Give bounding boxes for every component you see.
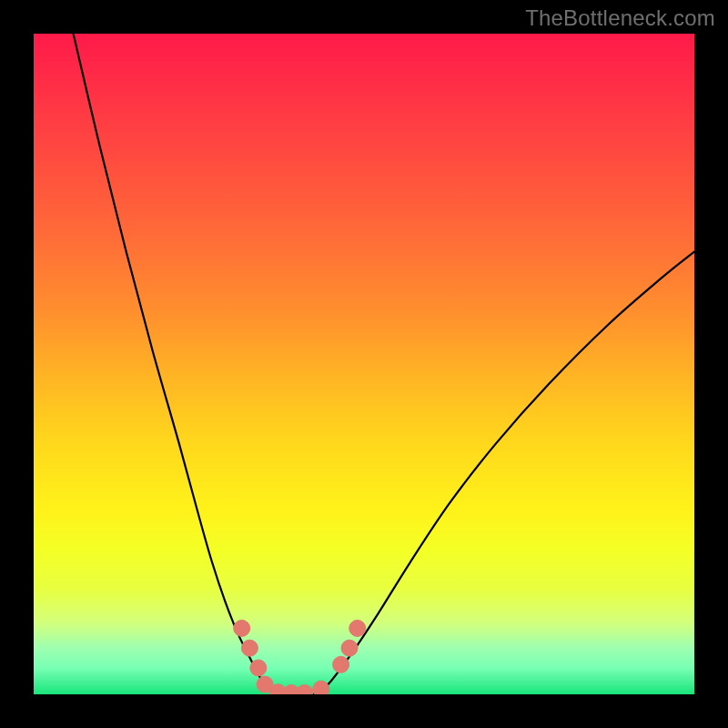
left-curve xyxy=(74,34,278,694)
plot-area xyxy=(34,34,694,694)
marker-group xyxy=(234,620,366,694)
marker-dot xyxy=(297,685,313,694)
marker-dot xyxy=(341,640,358,656)
marker-dot xyxy=(313,681,329,694)
watermark-text: TheBottleneck.com xyxy=(525,5,715,31)
outer-frame: TheBottleneck.com xyxy=(0,0,728,728)
marker-dot xyxy=(333,656,349,672)
marker-dot xyxy=(241,640,258,656)
marker-dot xyxy=(349,620,366,636)
marker-dot xyxy=(250,660,267,676)
right-curve xyxy=(318,252,694,694)
chart-svg xyxy=(34,34,694,694)
marker-dot xyxy=(234,620,250,636)
